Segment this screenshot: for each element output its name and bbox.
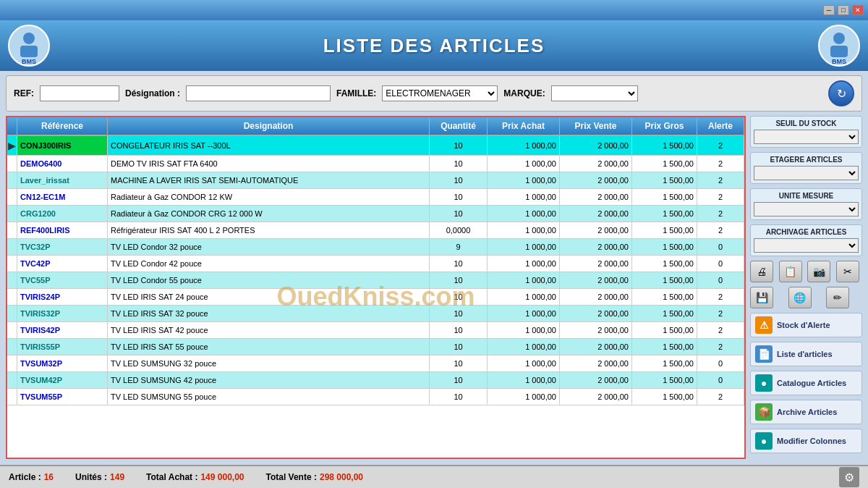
col-prix-achat: Prix Achat — [488, 117, 560, 135]
cut-button[interactable]: ✂ — [836, 261, 859, 282]
table-row[interactable]: DEMO6400 DEMO TV IRIS SAT FTA 6400 10 1 … — [7, 156, 744, 172]
title-bar: ─ □ ✕ — [0, 0, 868, 20]
table-row[interactable]: TVIRIS42P TV LED IRIS SAT 42 pouce 10 1 … — [7, 322, 744, 339]
row-ref: TVSUM55P — [17, 389, 108, 405]
table-row[interactable]: Laver_irissat MACHINE A LAVER IRIS SAT S… — [7, 172, 744, 189]
table-row[interactable]: TVSUM42P TV LED SUMSUNG 42 pouce 10 1 00… — [7, 372, 744, 389]
status-bar: Article : 16 Unités : 149 Total Achat : … — [0, 465, 868, 488]
table-row[interactable]: TVC32P TV LED Condor 32 pouce 9 1 000,00… — [7, 239, 744, 256]
svg-text:BMS: BMS — [832, 58, 846, 65]
table-row[interactable]: TVSUM55P TV LED SUMSUNG 55 pouce 10 1 00… — [7, 389, 744, 405]
col-prix-vente: Prix Vente — [560, 117, 632, 135]
etagere-section: ETAGERE ARTICLES — [750, 152, 862, 184]
print-button[interactable]: 🖨 — [750, 261, 773, 282]
etagere-label: ETAGERE ARTICLES — [754, 156, 859, 164]
edit-button[interactable]: ✏ — [826, 287, 849, 308]
close-button[interactable]: ✕ — [852, 5, 864, 15]
table-row[interactable]: TVIRIS55P TV LED IRIS SAT 55 pouce 10 1 … — [7, 339, 744, 356]
page-title: LISTE DES ARTICLES — [323, 35, 545, 57]
etagere-select[interactable] — [754, 166, 859, 180]
table-header: Référence Designation Quantité Prix Acha… — [7, 117, 744, 136]
unite-section: UNITE MESURE — [750, 188, 862, 220]
table-row[interactable]: CN12-EC1M Radiateur à Gaz CONDOR 12 KW 1… — [7, 189, 744, 206]
catalogue-icon: ● — [755, 374, 773, 392]
table-row[interactable]: TVIRIS24P TV LED IRIS SAT 24 pouce 10 1 … — [7, 289, 744, 306]
col-quantite: Quantité — [430, 117, 488, 135]
liste-articles-button[interactable]: 📄 Liste d'articles — [750, 342, 862, 366]
modifier-colonnes-button[interactable]: ● Modifier Colonnes — [750, 429, 862, 453]
web-button[interactable]: 🌐 — [788, 287, 812, 308]
article-label: Article : — [9, 472, 41, 482]
modifier-colonnes-label: Modifier Colonnes — [777, 437, 846, 445]
logo-right: BMS — [817, 24, 861, 67]
seuil-select[interactable] — [754, 130, 859, 144]
photo-button[interactable]: 📷 — [807, 261, 830, 282]
marque-select[interactable] — [551, 85, 638, 101]
row-designation: CONGELATEUR IRIS SAT --300L — [108, 136, 430, 155]
catalogue-articles-label: Catalogue Articles — [777, 379, 846, 387]
row-achat: 1 000,00 — [488, 136, 560, 155]
minimize-button[interactable]: ─ — [823, 5, 835, 15]
settings-icon[interactable]: ⚙ — [839, 467, 859, 487]
seuil-label: SEUIL DU STOCK — [754, 119, 859, 127]
article-count: Article : 16 — [9, 472, 54, 482]
row-ref: TVSUM32P — [17, 356, 108, 371]
table-row[interactable]: REF400LIRIS Réfrigérateur IRIS SAT 400 L… — [7, 222, 744, 239]
table-row[interactable]: TVC55P TV LED Condor 55 pouce 10 1 000,0… — [7, 272, 744, 289]
articles-table: Référence Designation Quantité Prix Acha… — [6, 116, 746, 459]
content-area: Référence Designation Quantité Prix Acha… — [6, 116, 862, 459]
archive-articles-label: Archive Articles — [777, 408, 837, 416]
col-alerte: Alerte — [697, 117, 744, 135]
famille-label: FAMILLE: — [336, 88, 376, 98]
famille-select[interactable]: ELECTROMENAGER — [382, 85, 498, 101]
total-vente-value: 298 000,00 — [320, 472, 363, 482]
table-row[interactable]: TVIRIS32P TV LED IRIS SAT 32 pouce 10 1 … — [7, 306, 744, 322]
archivage-select[interactable] — [754, 238, 859, 253]
table-row[interactable]: ▶ CONJ300IRIS CONGELATEUR IRIS SAT --300… — [7, 136, 744, 156]
row-ref: TVIRIS32P — [17, 306, 108, 321]
refresh-button[interactable]: ↻ — [828, 80, 854, 106]
save-button[interactable]: 💾 — [750, 287, 773, 308]
svg-rect-6 — [830, 46, 848, 57]
designation-input[interactable] — [186, 85, 331, 101]
row-designation: TV LED Condor 42 pouce — [108, 256, 430, 272]
svg-point-5 — [833, 33, 845, 44]
row-designation: TV LED Condor 32 pouce — [108, 239, 430, 255]
row-designation: TV LED IRIS SAT 42 pouce — [108, 322, 430, 338]
row-designation: TV LED SUMSUNG 32 pouce — [108, 356, 430, 371]
col-reference: Référence — [17, 117, 108, 135]
row-ref: TVIRIS55P — [17, 339, 108, 355]
copy-button[interactable]: 📋 — [779, 261, 802, 282]
ref-input[interactable] — [40, 85, 119, 101]
stock-alerte-button[interactable]: ⚠ Stock d'Alerte — [750, 313, 862, 337]
designation-label: Désignation : — [125, 88, 180, 98]
archivage-section: ARCHIVAGE ARTICLES — [750, 224, 862, 256]
table-row[interactable]: TVC42P TV LED Condor 42 pouce 10 1 000,0… — [7, 256, 744, 272]
table-row[interactable]: TVSUM32P TV LED SUMSUNG 32 pouce 10 1 00… — [7, 356, 744, 372]
total-achat-label: Total Achat : — [146, 472, 197, 482]
row-ref: Laver_irissat — [17, 172, 108, 188]
row-designation: TV LED Condor 55 pouce — [108, 272, 430, 288]
unites-count: Unités : 149 — [75, 472, 124, 482]
total-achat: Total Achat : 149 000,00 — [146, 472, 244, 482]
logo-left: BMS — [7, 24, 51, 67]
maximize-button[interactable]: □ — [838, 5, 849, 15]
catalogue-articles-button[interactable]: ● Catalogue Articles — [750, 371, 862, 395]
row-ref: CN12-EC1M — [17, 189, 108, 205]
row-ref: TVC55P — [17, 272, 108, 288]
main-window: BMS LISTE DES ARTICLES BMS REF: Désignat… — [0, 20, 868, 488]
table-row[interactable]: CRG1200 Radiateur à Gaz CONDOR CRG 12 00… — [7, 206, 744, 222]
ref-label: REF: — [14, 88, 34, 98]
row-ref: TVC32P — [17, 239, 108, 255]
col-prix-gros: Prix Gros — [632, 117, 697, 135]
col-arrow — [7, 117, 17, 135]
liste-articles-label: Liste d'articles — [777, 350, 833, 358]
unite-label: UNITE MESURE — [754, 192, 859, 200]
row-ref: TVIRIS24P — [17, 289, 108, 305]
header-banner: BMS LISTE DES ARTICLES BMS — [0, 20, 868, 71]
archive-articles-button[interactable]: 📦 Archive Articles — [750, 400, 862, 424]
marque-label: MARQUE: — [503, 88, 545, 98]
row-ref: REF400LIRIS — [17, 222, 108, 238]
unite-select[interactable] — [754, 202, 859, 216]
row-vente: 2 000,00 — [560, 136, 632, 155]
